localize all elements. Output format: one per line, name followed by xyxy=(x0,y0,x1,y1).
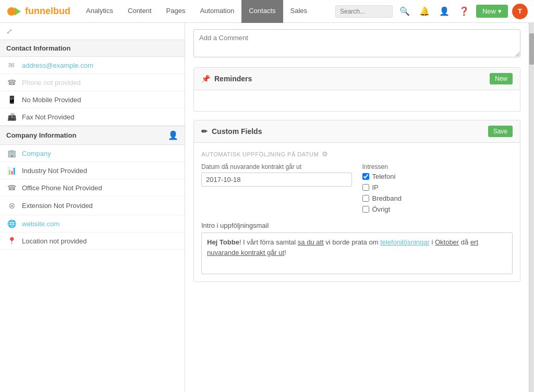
contact-phone: ☎ Phone not provided xyxy=(0,74,185,91)
phone-icon: ☎ xyxy=(6,78,17,87)
intro-text: Hej Tobbe! I vårt förra samtal sa du att… xyxy=(207,238,478,256)
custom-fields-header: ✏ Custom Fields Save xyxy=(194,120,520,143)
chevron-down-icon: ▾ xyxy=(498,7,502,15)
comment-input[interactable] xyxy=(193,29,520,57)
user-icon[interactable]: 👤 xyxy=(436,4,452,19)
checkbox-ip-input[interactable] xyxy=(362,184,369,191)
pin-icon: 📌 xyxy=(201,75,210,83)
intro-telefoni: telefonilösningar xyxy=(380,238,430,246)
company-website: 🌐 website.com xyxy=(0,215,185,232)
checkbox-telefoni-input[interactable] xyxy=(362,173,369,180)
company-section-header: Company Information 👤 xyxy=(0,126,185,145)
office-phone-icon: ☎ xyxy=(6,183,17,192)
company-extension: ⊗ Extension Not Provided xyxy=(0,197,185,215)
custom-fields-body: AUTOMATISK UPPFÖLJNING PÅ DATUM ⚙ Datum … xyxy=(194,143,520,281)
location-value: Location not provided xyxy=(22,237,87,245)
expand-icon[interactable]: ⤢ xyxy=(0,23,185,40)
scrollbar-thumb[interactable] xyxy=(529,33,534,65)
svg-marker-1 xyxy=(15,7,21,16)
company-section-title: Company Information xyxy=(6,131,76,139)
extension-value: Extension Not Provided xyxy=(22,202,93,210)
nav-content[interactable]: Content xyxy=(120,0,159,23)
search-input[interactable] xyxy=(335,5,393,18)
nav-sales[interactable]: Sales xyxy=(283,0,315,23)
checkbox-ovrigt[interactable]: Övrigt xyxy=(362,205,513,213)
checkbox-telefoni[interactable]: Telefoni xyxy=(362,173,513,180)
search-icon[interactable]: 🔍 xyxy=(397,4,412,19)
nav-pages[interactable]: Pages xyxy=(159,0,193,23)
contact-mobile: 📱 No Mobile Provided xyxy=(0,91,185,108)
logo[interactable]: funnelbud xyxy=(6,3,70,20)
reminders-new-button[interactable]: New xyxy=(490,73,513,84)
intressen-field-col: Intressen Telefoni IP xyxy=(362,163,513,213)
fields-row: Datum då nuvarande kontrakt går ut Intre… xyxy=(201,163,513,213)
checkbox-group: Telefoni IP Bredband xyxy=(362,173,513,213)
contact-fax: 📠 Fax Not Provided xyxy=(0,108,185,126)
company-phone: ☎ Office Phone Not Provided xyxy=(0,179,185,197)
datum-label: Datum då nuvarande kontrakt går ut xyxy=(201,163,352,170)
right-content: 📌 Reminders New ✏ Custom Fields Save AUT… xyxy=(185,23,529,392)
avatar[interactable]: T xyxy=(512,4,528,19)
checkbox-bredband-input[interactable] xyxy=(362,195,369,202)
datum-field-col: Datum då nuvarande kontrakt går ut xyxy=(201,163,352,213)
top-navigation: funnelbud Analytics Content Pages Automa… xyxy=(0,0,534,23)
field-group-label: AUTOMATISK UPPFÖLJNING PÅ DATUM ⚙ xyxy=(201,150,513,158)
contact-email: ✉ address@example.com xyxy=(0,57,185,74)
company-name: 🏢 Company xyxy=(0,145,185,162)
reminders-body xyxy=(194,90,520,111)
intro-name: Hej Tobbe xyxy=(207,238,239,246)
custom-fields-title: Custom Fields xyxy=(212,127,262,136)
notifications-icon[interactable]: 🔔 xyxy=(417,4,432,19)
company-industry: 📊 Industry Not Provided xyxy=(0,162,185,179)
website-value[interactable]: website.com xyxy=(22,220,59,228)
gear-icon[interactable]: ⚙ xyxy=(322,150,329,158)
industry-icon: 📊 xyxy=(6,166,17,175)
custom-fields-save-button[interactable]: Save xyxy=(488,126,513,137)
checkbox-ip[interactable]: IP xyxy=(362,183,513,191)
company-person-icon[interactable]: 👤 xyxy=(168,130,178,140)
contact-section-header: Contact Information xyxy=(0,40,185,57)
group-label-text: AUTOMATISK UPPFÖLJNING PÅ DATUM xyxy=(201,151,319,157)
svg-point-0 xyxy=(7,7,16,16)
email-icon: ✉ xyxy=(6,61,17,69)
new-button[interactable]: New ▾ xyxy=(476,5,508,18)
office-phone-value: Office Phone Not Provided xyxy=(22,184,102,192)
mobile-icon: 📱 xyxy=(6,95,17,104)
company-location: 📍 Location not provided xyxy=(0,232,185,250)
email-value[interactable]: address@example.com xyxy=(22,62,93,69)
help-icon[interactable]: ❓ xyxy=(456,4,472,19)
logo-icon xyxy=(6,3,23,20)
datum-input[interactable] xyxy=(201,173,352,187)
nav-automation[interactable]: Automation xyxy=(192,0,241,23)
checkbox-bredband[interactable]: Bredband xyxy=(362,194,513,202)
nav-contacts[interactable]: Contacts xyxy=(241,0,283,23)
custom-fields-header-left: ✏ Custom Fields xyxy=(201,127,262,136)
location-icon: 📍 xyxy=(6,237,17,245)
intro-samtal: sa du att xyxy=(298,238,324,246)
website-icon: 🌐 xyxy=(6,219,17,228)
checkbox-ovrigt-input[interactable] xyxy=(362,206,369,213)
custom-fields-card: ✏ Custom Fields Save AUTOMATISK UPPFÖLJN… xyxy=(193,120,520,282)
reminders-header-left: 📌 Reminders xyxy=(201,75,252,83)
main-container: ⤢ Contact Information ✉ address@example.… xyxy=(0,23,534,392)
fax-icon: 📠 xyxy=(6,113,17,121)
intro-section: Intro i uppföljningsmail Hej Tobbe! I vå… xyxy=(201,222,513,274)
pencil-icon: ✏ xyxy=(201,127,208,136)
fax-value: Fax Not Provided xyxy=(22,113,74,121)
industry-value: Industry Not Provided xyxy=(22,167,87,175)
nav-links: Analytics Content Pages Automation Conta… xyxy=(79,0,335,23)
reminders-title: Reminders xyxy=(214,75,252,83)
mobile-value: No Mobile Provided xyxy=(22,96,81,104)
scrollbar[interactable] xyxy=(529,23,534,392)
reminders-card: 📌 Reminders New xyxy=(193,67,520,112)
nav-analytics[interactable]: Analytics xyxy=(79,0,120,23)
company-name-value[interactable]: Company xyxy=(22,150,51,157)
phone-value: Phone not provided xyxy=(22,79,81,87)
extension-icon: ⊗ xyxy=(6,201,17,211)
sidebar: ⤢ Contact Information ✉ address@example.… xyxy=(0,23,185,392)
nav-right: 🔍 🔔 👤 ❓ New ▾ T xyxy=(335,4,528,19)
logo-text: funnelbud xyxy=(25,6,70,17)
intro-textarea-display[interactable]: Hej Tobbe! I vårt förra samtal sa du att… xyxy=(201,232,513,274)
intro-label: Intro i uppföljningsmail xyxy=(201,222,513,229)
intressen-label: Intressen xyxy=(362,163,513,170)
